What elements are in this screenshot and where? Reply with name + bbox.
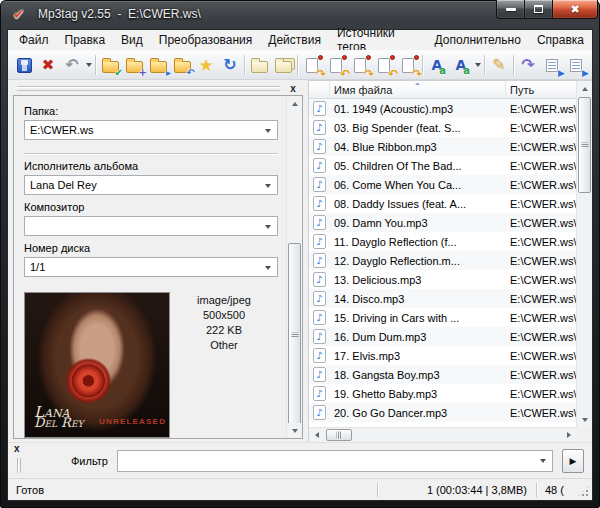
menu-item-view[interactable]: Вид <box>113 31 151 49</box>
playlist-all-icon[interactable]: ▶ <box>565 54 587 77</box>
file-row[interactable]: ♪03. Big Spender (feat. S...E:\CWER.ws\ <box>309 118 576 137</box>
menu-item-file[interactable]: Файл <box>11 31 57 49</box>
album-artist-combobox[interactable]: Lana Del Rey <box>24 175 278 195</box>
composer-combobox[interactable] <box>24 216 278 236</box>
favorites-star-icon[interactable]: ★ <box>195 54 217 77</box>
file-row[interactable]: ♪06. Come When You Ca...E:\CWER.ws\ <box>309 175 576 194</box>
save-tag-icon[interactable] <box>13 54 35 77</box>
file-path: E:\CWER.ws\ <box>506 255 576 267</box>
maximize-button[interactable] <box>525 0 553 19</box>
close-button[interactable]: ✖ <box>553 0 598 19</box>
music-note-icon: ♪ <box>313 120 326 135</box>
scroll-down-button[interactable] <box>577 412 592 427</box>
folder-combobox[interactable]: E:\CWER.ws <box>24 120 278 140</box>
file-row[interactable]: ♪13. Delicious.mp3E:\CWER.ws\ <box>309 270 576 289</box>
open-folder-icon[interactable] <box>248 54 270 77</box>
tag-panel-close-button[interactable]: x <box>285 82 301 95</box>
convert-textfile-tag-icon[interactable]: ↶ <box>373 54 395 77</box>
refresh-icon[interactable]: ↻ <box>219 54 241 77</box>
edit-tag-icon[interactable]: ✎ <box>488 54 510 77</box>
scroll-thumb[interactable] <box>578 97 591 193</box>
scroll-right-button[interactable] <box>561 428 576 443</box>
file-row[interactable]: ♪19. Ghetto Baby.mp3E:\CWER.ws\ <box>309 384 576 403</box>
file-row[interactable]: ♪12. Dayglo Reflection.m...E:\CWER.ws\ <box>309 251 576 270</box>
menu-item-tools[interactable]: Дополнительно <box>427 31 529 49</box>
favorite-directory-icon[interactable]: ▸ <box>147 54 169 77</box>
file-row[interactable]: ♪16. Dum Dum.mp3E:\CWER.ws\ <box>309 327 576 346</box>
scrollbar-corner <box>576 427 592 442</box>
music-note-icon: ♪ <box>313 329 326 344</box>
tag-panel-scrollbar[interactable] <box>286 96 302 438</box>
actions-icon[interactable]: ↷ <box>517 54 539 77</box>
playlist-icon[interactable]: ▶ <box>541 54 563 77</box>
header-icon-column[interactable] <box>309 81 330 98</box>
filter-grip[interactable] <box>17 458 21 473</box>
folder-value: E:\CWER.ws <box>30 124 94 136</box>
scroll-down-button[interactable] <box>287 423 302 438</box>
file-row[interactable]: ♪20. Go Go Dancer.mp3E:\CWER.ws\ <box>309 403 576 422</box>
tag-panel-grip[interactable] <box>17 86 280 91</box>
file-row[interactable]: ♪05. Children Of The Bad...E:\CWER.ws\ <box>309 156 576 175</box>
filter-label: Фильтр <box>71 455 108 467</box>
remove-tag-icon[interactable]: ✖ <box>37 54 59 77</box>
app-frame: ФайлПравкаВидПреобразованияДействияИсточ… <box>8 30 592 500</box>
filter-combobox[interactable] <box>117 450 553 472</box>
scroll-thumb[interactable] <box>326 429 352 441</box>
filter-panel: x Фильтр ▶ <box>8 442 592 478</box>
chevron-down-icon <box>475 63 481 67</box>
menu-item-convert[interactable]: Преобразования <box>151 31 261 49</box>
file-row[interactable]: ♪14. Disco.mp3E:\CWER.ws\ <box>309 289 576 308</box>
case-conversion-icon[interactable]: Aa <box>426 54 448 77</box>
menu-item-edit[interactable]: Правка <box>57 31 114 49</box>
filter-close-button[interactable]: x <box>14 444 20 454</box>
file-path: E:\CWER.ws\ <box>506 160 576 172</box>
case-dropdown-icon[interactable] <box>473 54 482 77</box>
scroll-left-button[interactable] <box>309 428 324 443</box>
file-row[interactable]: ♪08. Daddy Issues (feat. A...E:\CWER.ws\ <box>309 194 576 213</box>
parent-directory-icon[interactable]: ↶ <box>171 54 193 77</box>
album-art[interactable]: Lana Del Rey UNRELEASED <box>24 292 170 438</box>
music-note-icon: ♪ <box>313 139 326 154</box>
file-row[interactable]: ♪01. 1949 (Acoustic).mp3E:\CWER.ws\ <box>309 99 576 118</box>
menu-item-actions[interactable]: Действия <box>260 31 329 49</box>
change-directory-icon[interactable]: ✔ <box>99 54 121 77</box>
header-path-column[interactable]: Путь <box>506 81 576 98</box>
resize-grip[interactable] <box>577 485 590 498</box>
tag-panel-box: Папка: E:\CWER.ws Исполнитель альбома La… <box>13 95 303 439</box>
file-name: 01. 1949 (Acoustic).mp3 <box>330 103 506 115</box>
convert-filename-filename-icon[interactable]: ↷ <box>349 54 371 77</box>
album-artist-label: Исполнитель альбома <box>24 160 278 172</box>
file-row[interactable]: ♪17. Elvis.mp3E:\CWER.ws\ <box>309 346 576 365</box>
file-name: 06. Come When You Ca... <box>330 179 506 191</box>
list-header: ▲ Имя файла Путь <box>309 81 576 99</box>
undo-dropdown-icon[interactable] <box>84 54 93 77</box>
scroll-up-button[interactable] <box>287 96 302 111</box>
music-note-icon: ♪ <box>313 386 326 401</box>
copy-folders-icon[interactable] <box>272 54 294 77</box>
list-horizontal-scrollbar[interactable] <box>309 427 576 442</box>
file-row[interactable]: ♪11. Dayglo Reflection (f...E:\CWER.ws\ <box>309 232 576 251</box>
disc-number-combobox[interactable]: 1/1 <box>24 257 278 277</box>
list-vertical-scrollbar[interactable] <box>576 81 592 427</box>
scroll-up-button[interactable] <box>577 81 592 96</box>
file-row[interactable]: ♪18. Gangsta Boy.mp3E:\CWER.ws\ <box>309 365 576 384</box>
file-row[interactable]: ♪04. Blue Ribbon.mp3E:\CWER.ws\ <box>309 137 576 156</box>
file-row[interactable]: ♪09. Damn You.mp3E:\CWER.ws\ <box>309 213 576 232</box>
title-bar[interactable]: ✔ Mp3tag v2.55 - E:\CWER.ws\ ✖ <box>0 0 600 30</box>
menu-item-help[interactable]: Справка <box>529 31 592 49</box>
convert-tag-tag-icon[interactable]: ↷ <box>397 54 419 77</box>
filter-apply-button[interactable]: ▶ <box>562 449 584 473</box>
convert-tag-filename-icon[interactable]: ↷ <box>301 54 323 77</box>
file-name: 11. Dayglo Reflection (f... <box>330 236 506 248</box>
minimize-button[interactable] <box>496 0 525 19</box>
add-directory-icon[interactable]: + <box>123 54 145 77</box>
undo-icon[interactable]: ↶ <box>61 54 83 77</box>
convert-filename-tag-icon[interactable]: ↶ <box>325 54 347 77</box>
header-filename-column[interactable]: ▲ Имя файла <box>330 81 506 98</box>
file-name: 04. Blue Ribbon.mp3 <box>330 141 506 153</box>
case-conversion-options-icon[interactable]: Aa <box>450 54 472 77</box>
scroll-thumb[interactable] <box>288 243 301 428</box>
file-row[interactable]: ♪15. Driving in Cars with ...E:\CWER.ws\ <box>309 308 576 327</box>
music-note-icon: ♪ <box>313 405 326 420</box>
triangle-up-icon <box>292 102 298 106</box>
